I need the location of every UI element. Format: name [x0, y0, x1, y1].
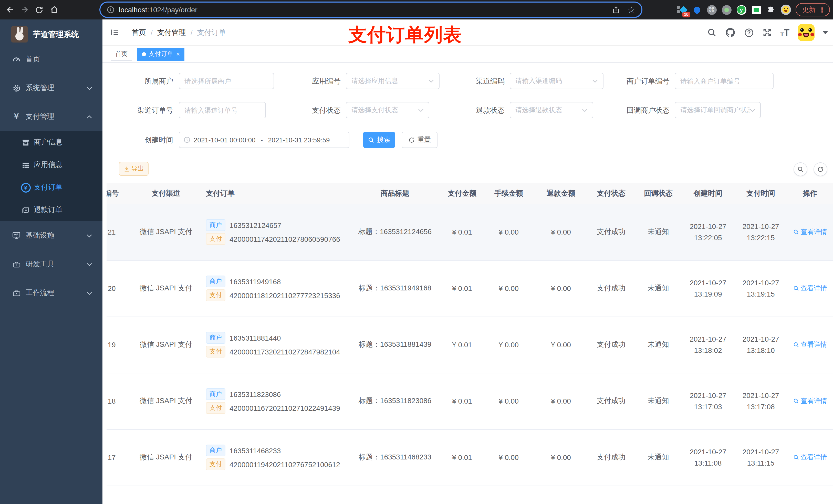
sidebar-item-payment[interactable]: ¥ 支付管理: [0, 102, 102, 131]
channel-order-no-input[interactable]: [179, 102, 266, 118]
refund-status-select[interactable]: 请选择退款状态: [510, 102, 593, 118]
cell-paid: [735, 485, 787, 504]
extension-diamond-icon[interactable]: 10: [677, 5, 687, 15]
browser-back-button[interactable]: [4, 4, 16, 16]
chevron-down-icon: [87, 234, 92, 237]
github-icon[interactable]: [725, 27, 736, 38]
extension-record-icon[interactable]: [721, 5, 732, 15]
browser-update-button[interactable]: 更新 ⋮: [795, 3, 830, 16]
extension-chat-icon[interactable]: [751, 5, 761, 15]
cell-action: 查看详情: [787, 260, 833, 316]
col-header: 退款金额: [535, 183, 587, 204]
extension-balloon-icon[interactable]: [692, 5, 702, 15]
breadcrumb-separator: /: [151, 28, 153, 37]
search-button[interactable]: 搜索: [363, 131, 395, 148]
cell-created: 2021-10-2713:22:05: [681, 204, 735, 260]
view-detail-link[interactable]: 查看详情: [793, 453, 827, 462]
tag-home[interactable]: 首页: [111, 47, 132, 61]
pay-order-no: 4200001174202110278060590766: [230, 235, 340, 243]
sidebar-item-infra[interactable]: 基础设施: [0, 221, 102, 250]
browser-home-button[interactable]: [48, 4, 61, 16]
table-row[interactable]: 19 微信 JSAPI 支付 商户1635311881440 支付4200001…: [106, 316, 833, 373]
font-size-icon[interactable]: TT: [781, 28, 789, 37]
app-select[interactable]: 请选择应用信息: [346, 73, 439, 89]
browser-menu-icon[interactable]: ⋮: [819, 6, 825, 14]
view-detail-link[interactable]: 查看详情: [793, 227, 827, 237]
breadcrumb-current: 支付订单: [197, 28, 226, 37]
download-icon: [124, 166, 129, 172]
sidebar-item-devtools[interactable]: 研发工具: [0, 250, 102, 279]
cell-order: 商户1635311823086 支付4200001167202110271022…: [200, 373, 348, 429]
documents-icon: [20, 206, 32, 214]
show-search-toggle-button[interactable]: [793, 162, 807, 176]
col-header: 商品标题: [348, 183, 442, 204]
profile-avatar[interactable]: [781, 5, 791, 15]
cell-channel: 微信 JSAPI 支付: [132, 316, 200, 373]
sidebar-item-label: 系统管理: [26, 83, 54, 93]
merchant-order-no-input[interactable]: [675, 73, 774, 89]
sidebar-item-workflow[interactable]: 工作流程: [0, 279, 102, 307]
cell-id: 21: [106, 204, 132, 260]
table-row[interactable]: 21 微信 JSAPI 支付 商户1635312124657 支付4200001…: [106, 204, 833, 260]
tag-close-icon[interactable]: ×: [176, 50, 180, 57]
cell-order: 商户1635312124657 支付4200001174202110278060…: [200, 204, 348, 260]
sidebar-item-app-info[interactable]: 应用信息: [0, 154, 102, 176]
channel-code-select[interactable]: 请输入渠道编码: [510, 73, 603, 89]
search-icon[interactable]: [707, 28, 717, 38]
cell-paid: 2021-10-2713:22:15: [735, 204, 787, 260]
search-icon: [368, 137, 375, 143]
table-row-partial[interactable]: 商户1635311251736: [106, 485, 833, 504]
view-detail-link[interactable]: 查看详情: [793, 397, 827, 406]
extensions-puzzle-icon[interactable]: [766, 5, 776, 15]
cell-id: 19: [106, 316, 132, 373]
breadcrumb-home[interactable]: 首页: [132, 28, 146, 37]
sidebar-item-pay-order[interactable]: ¥ 支付订单: [0, 176, 102, 199]
view-detail-link[interactable]: 查看详情: [793, 284, 827, 293]
refresh-table-button[interactable]: [813, 162, 827, 176]
filter-label: 渠道编码: [438, 73, 505, 89]
sidebar-item-system[interactable]: 系统管理: [0, 74, 102, 102]
chevron-down-icon: [428, 79, 434, 83]
share-icon[interactable]: [612, 5, 620, 14]
merchant-select-input[interactable]: [179, 73, 274, 89]
reset-button[interactable]: 重置: [402, 131, 437, 148]
sidebar-item-label: 支付订单: [34, 183, 63, 192]
export-button[interactable]: 导出: [119, 162, 148, 176]
search-icon: [793, 454, 799, 460]
avatar-caret-icon[interactable]: [823, 31, 828, 34]
sidebar-fold-icon[interactable]: [110, 27, 120, 38]
main-panel: 首页 / 支付管理 / 支付订单 TT 支付订单列表: [102, 20, 833, 504]
fullscreen-icon[interactable]: [763, 28, 772, 38]
browser-reload-button[interactable]: [33, 4, 45, 16]
breadcrumb-pay-mgmt[interactable]: 支付管理: [157, 28, 186, 37]
create-time-range-picker[interactable]: 2021-10-01 00:00:00 - 2021-10-31 23:59:5…: [179, 131, 349, 148]
tag-pay-order[interactable]: 支付订单 ×: [137, 47, 185, 61]
sidebar-item-refund-order[interactable]: 退款订单: [0, 199, 102, 221]
help-icon[interactable]: [744, 27, 754, 38]
pay-order-no: 4200001167202110271022491439: [230, 404, 340, 412]
user-avatar[interactable]: [798, 24, 814, 41]
extension-command-icon[interactable]: ⌘: [707, 5, 717, 15]
merchant-order-no: 1635311823086: [230, 390, 281, 398]
extension-y-icon[interactable]: y: [736, 5, 746, 15]
sidebar-item-label: 工作流程: [26, 288, 54, 297]
extensions-strip: 10 ⌘ y 更新 ⋮: [677, 0, 830, 20]
table-row[interactable]: 17 微信 JSAPI 支付 商户1635311468233 支付4200001…: [106, 429, 833, 485]
view-detail-link[interactable]: 查看详情: [793, 340, 827, 349]
search-icon: [793, 229, 799, 235]
table-row[interactable]: 20 微信 JSAPI 支付 商户1635311949168 支付4200001…: [106, 260, 833, 316]
address-bar[interactable]: localhost:1024/pay/order ☆: [99, 2, 642, 18]
bookmark-star-icon[interactable]: ☆: [627, 4, 636, 15]
chevron-down-icon: [87, 263, 92, 266]
sidebar-item-merchant-info[interactable]: 商户信息: [0, 131, 102, 154]
merchant-order-no: 1635311949168: [230, 278, 281, 286]
cell-paid: 2021-10-2713:18:10: [735, 316, 787, 373]
store-icon: [20, 138, 32, 147]
table-row[interactable]: 18 微信 JSAPI 支付 商户1635311823086 支付4200001…: [106, 373, 833, 429]
pay-status-select[interactable]: 请选择支付状态: [346, 102, 429, 118]
sidebar-submenu-payment: 商户信息 应用信息 ¥ 支付订单 退款订单: [0, 131, 102, 221]
sidebar-item-home[interactable]: 首页: [0, 45, 102, 74]
sidebar-logo[interactable]: 芋道管理系统: [0, 23, 102, 46]
notify-status-select[interactable]: 请选择订单回调商户状态: [675, 102, 761, 118]
browser-forward-button[interactable]: [19, 4, 31, 16]
